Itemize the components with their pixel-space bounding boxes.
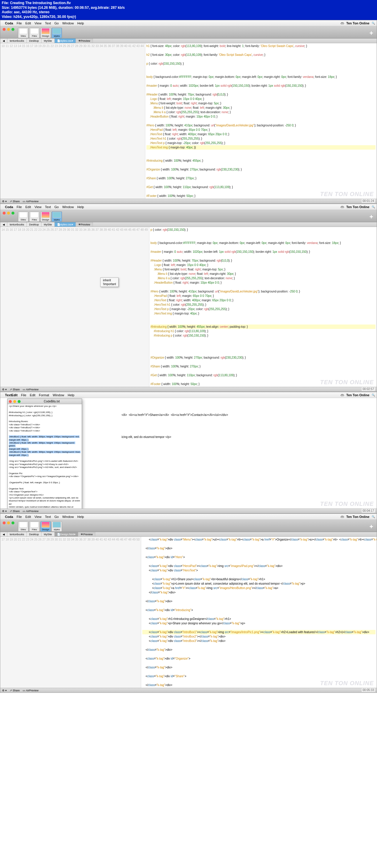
tool-sites[interactable]: Sites [18,211,29,222]
pane-coda-2: Coda File Edit View Text Go Window Help … [0,204,377,392]
app-name[interactable]: Coda [5,205,13,209]
crumb-root[interactable]: ◀ [0,38,7,43]
wifi-icon[interactable] [341,515,344,519]
status-share[interactable]: ↗ Share [10,200,20,203]
close-icon[interactable] [3,212,6,215]
tool-design[interactable]: Design [40,521,51,532]
tool-design[interactable]: Design [40,211,51,222]
info-size: Size: 14953774 bytes (14.26 MiB), durati… [2,6,375,10]
minimize-icon[interactable] [7,28,10,31]
tool-styles[interactable]: styles [52,28,62,38]
video-info-bar: File: Creating The Introducing Section.f… [0,0,377,20]
menubar: Coda File Edit View Text Go Window Help … [0,20,377,26]
crumb-file[interactable]: 📄 styles.css ▾ [55,38,76,43]
crumb-tentonbooks[interactable]: tentonbooks [7,38,27,43]
textedit-window[interactable]: CodeBits.txt <p>Share your designs where… [7,399,82,510]
minimize-icon[interactable] [7,212,10,215]
tool-sites[interactable]: Sites [18,28,29,38]
menu-go[interactable]: Go [54,205,59,209]
menu-help[interactable]: Help [77,205,84,209]
tool-files[interactable]: Files [29,211,40,222]
gear-icon[interactable]: ⚙ ▾ [2,388,7,391]
search-icon[interactable]: 🔍 [372,394,375,397]
search-icon[interactable]: 🔍 [372,206,375,208]
timestamp-1: 00:01:24 [362,199,375,203]
crumb-preview[interactable]: 👁 Preview [76,38,93,43]
close-icon[interactable] [9,400,12,403]
status-airpreview[interactable]: ▭ AirPreview [23,200,38,203]
brand: Ten Ton Online [346,22,369,25]
search-icon[interactable]: 🔍 [372,515,375,518]
gear-icon[interactable]: ⚙ ▾ [2,510,7,513]
app-name[interactable]: Coda [5,22,13,25]
menu-text[interactable]: Text [45,205,51,209]
zoom-icon[interactable] [18,400,21,403]
gear-icon[interactable]: ⚙ ▾ [2,200,7,203]
minimize-icon[interactable] [13,400,16,403]
textedit-title: CodeBits.txt [22,400,82,403]
tool-sites[interactable]: Sites [18,521,29,532]
window-controls [0,27,17,32]
close-icon[interactable] [3,522,6,524]
search-icon[interactable]: 🔍 [372,22,375,25]
timestamp-2: 00:02:57 [362,387,375,391]
tool-files[interactable]: Files [29,28,40,38]
menu-window[interactable]: Window [62,205,74,209]
tool-design[interactable]: Design [40,28,51,38]
zoom-icon[interactable] [11,522,14,524]
add-icon[interactable]: + [368,212,374,222]
statusbar: ⚙ ▾ ↗ Share ▭ AirPreview [0,199,377,204]
timestamp-4: 00:05:33 [362,688,375,692]
menu-go[interactable]: Go [54,22,59,25]
pane-coda-4: Coda File Edit View Text Go Window Help … [0,514,377,693]
breadcrumb: ◀ tentonbooks Desktop MySite 📄 styles.cs… [0,38,377,43]
menu-edit[interactable]: Edit [25,205,31,209]
close-icon[interactable] [3,28,6,31]
menu-file[interactable]: File [17,205,22,209]
timestamp-3: 00:04:17 [362,509,375,513]
info-file: File: Creating The Introducing Section.f… [2,1,375,6]
add-icon[interactable]: + [368,28,374,38]
minimize-icon[interactable] [7,522,10,524]
crumb-desktop[interactable]: Desktop [27,38,41,43]
menu-view[interactable]: View [34,205,41,209]
selected-text: .IntroBox1 { float: left; width: 300px; … [9,435,81,456]
zoom-icon[interactable] [11,28,14,31]
code-editor-1[interactable]: 10 11 12 13 14 15 16 17 18 19 20 21 22 2… [0,43,377,199]
gear-icon[interactable]: ⚙ ▾ [2,689,7,692]
menu-window[interactable]: Window [62,22,74,25]
crumb-file[interactable]: 📄 Design.html ▾ [55,532,79,536]
app-name[interactable]: TextEdit [5,393,18,397]
tool-styles[interactable]: styles [52,521,62,532]
menu-view[interactable]: View [34,22,41,25]
menu-edit[interactable]: Edit [25,22,31,25]
hint-inherit[interactable]: inherit [101,278,118,282]
code-hint-popup[interactable]: inherit !important [100,277,118,287]
wifi-icon[interactable] [341,22,344,25]
menu-file[interactable]: File [17,22,22,25]
hint-important[interactable]: !important [101,282,118,286]
tool-styles[interactable]: styles [52,211,62,222]
zoom-icon[interactable] [11,212,14,215]
textedit-body[interactable]: <p>Share your designs wherever you go.</… [8,404,82,510]
add-icon[interactable]: + [368,522,374,532]
wifi-icon[interactable] [341,393,344,397]
pane-coda-1: Coda File Edit View Text Go Window Help … [0,20,377,204]
wifi-icon[interactable] [341,205,344,209]
pane-textedit: TextEdit File Edit Format Window Help Te… [0,392,377,514]
info-video: Video: h264, yuv420p, 1280x720, 30.00 fp… [2,15,375,20]
crumb-mysite[interactable]: MySite [41,38,55,43]
menu-help[interactable]: Help [77,22,84,25]
info-audio: Audio: aac, 44100 Hz, stereo [2,10,375,15]
code-editor-4[interactable]: 17 18 19 20 21 22 23 24 25 26 27 28 29 3… [0,537,377,688]
watermark: TEN TON ONLINE [320,191,374,197]
menubar: Coda File Edit View Text Go Window Help … [0,204,377,210]
code-editor-2[interactable]: 14 15 16 17 18 19 20 21 22 23 24 25 26 2… [0,227,377,387]
menu-text[interactable]: Text [45,22,51,25]
toolbar: Sites Files Design styles + [0,26,377,38]
tool-files[interactable]: Files [29,521,40,532]
